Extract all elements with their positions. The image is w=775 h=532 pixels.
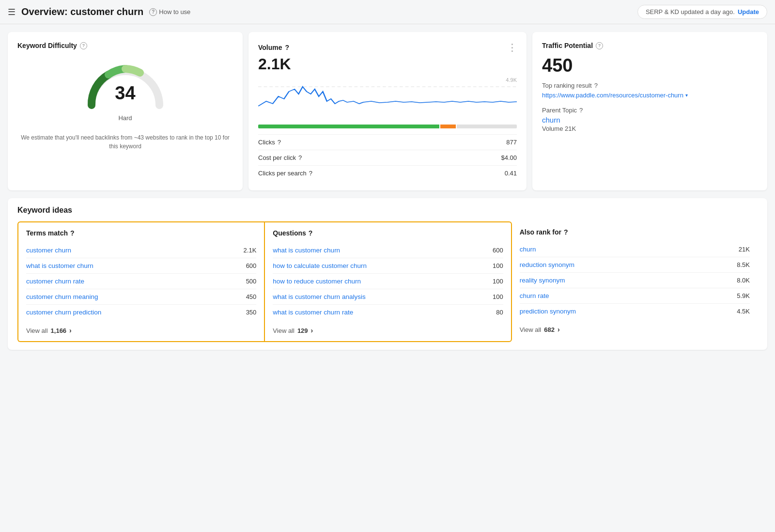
also-rank-help-icon[interactable]: ? [564,228,568,236]
parent-topic-help-icon[interactable]: ? [579,107,583,114]
keyword-link[interactable]: how to reduce customer churn [273,278,361,285]
keyword-volume: 4.5K [737,308,750,315]
help-icon: ? [149,8,157,16]
click-bar-gray [457,125,517,128]
kd-card-header: Keyword Difficulty ? [17,42,233,49]
cost-per-click-row: Cost per click ? $4.00 [258,150,517,165]
kd-gauge: 34 [82,59,169,112]
list-item: churn rate 5.9K [520,288,750,303]
keyword-link[interactable]: what is customer churn [26,262,93,269]
list-item: what is customer churn 600 [273,243,503,258]
keyword-link[interactable]: customer churn rate [26,278,84,285]
cpc-help-icon[interactable]: ? [298,154,302,161]
volume-card-header: Volume ? ⋮ [258,42,517,53]
also-rank-for-list: churn 21K reduction synonym 8.5K reality… [520,242,750,319]
clicks-value: 877 [506,139,517,146]
keyword-volume: 8.5K [737,261,750,268]
cps-help-icon[interactable]: ? [309,170,312,177]
serp-status-badge: SERP & KD updated a day ago. Update [637,5,767,19]
menu-icon[interactable]: ☰ [8,7,16,17]
keyword-volume: 600 [493,247,503,254]
cost-per-click-label: Cost per click [258,154,296,161]
keyword-link[interactable]: how to calculate customer churn [273,262,367,269]
list-item: customer churn rate 500 [26,273,256,289]
volume-max-label: 4.9K [506,77,517,83]
clicks-per-search-value: 0.41 [505,170,517,177]
keyword-link[interactable]: churn [520,246,536,253]
keyword-link[interactable]: churn rate [520,292,549,299]
kd-description: We estimate that you'll need backlinks f… [17,133,233,151]
click-bar [258,125,517,128]
url-dropdown-arrow: ▾ [685,92,688,99]
top-ranking-help-icon[interactable]: ? [594,82,598,89]
keyword-link[interactable]: customer churn meaning [26,293,98,300]
keyword-volume: 600 [246,262,257,269]
kd-score: 34 [115,83,135,104]
volume-card: Volume ? ⋮ 2.1K 4.9K [248,32,527,190]
list-item: customer churn prediction 350 [26,304,256,320]
top-ranking-url[interactable]: https://www.paddle.com/resources/custome… [542,91,758,100]
keyword-link[interactable]: prediction synonym [520,308,576,315]
volume-chart-area: 4.9K [258,77,517,121]
update-link[interactable]: Update [738,8,759,16]
top-cards-row: Keyword Difficulty ? 34 Hard We estima [8,32,767,190]
click-bar-orange [440,125,456,128]
clicks-row: Clicks ? 877 [258,134,517,150]
terms-match-view-all[interactable]: View all 1,166 › [26,322,256,334]
clicks-per-search-row: Clicks per search ? 0.41 [258,165,517,181]
parent-topic-label: Parent Topic ? [542,107,758,114]
page-title: Overview: customer churn [21,6,143,17]
questions-header: Questions ? [273,229,503,237]
also-rank-arrow: › [558,326,560,333]
kd-help-icon[interactable]: ? [80,42,87,49]
clicks-label: Clicks [258,139,275,146]
keyword-volume: 21K [739,246,750,253]
keyword-volume: 5.9K [737,292,750,299]
list-item: how to calculate customer churn 100 [273,258,503,273]
list-item: prediction synonym 4.5K [520,303,750,319]
parent-topic-link[interactable]: churn [542,116,758,124]
keyword-link[interactable]: what is customer churn analysis [273,293,365,300]
keyword-ideas-grid: Terms match ? customer churn 2.1K what i… [17,221,758,342]
keyword-difficulty-card: Keyword Difficulty ? 34 Hard We estima [8,32,243,190]
terms-match-help-icon[interactable]: ? [70,229,75,237]
terms-match-list: customer churn 2.1K what is customer chu… [26,243,256,320]
list-item: what is customer churn 600 [26,258,256,273]
volume-help-icon[interactable]: ? [285,44,290,51]
kd-label: Keyword Difficulty [17,42,77,49]
keyword-link[interactable]: reduction synonym [520,261,574,268]
traffic-help-icon[interactable]: ? [596,42,603,49]
questions-column: Questions ? what is customer churn 600 h… [264,221,512,342]
keyword-volume: 100 [493,293,503,300]
terms-match-header: Terms match ? [26,229,256,237]
volume-label: Volume [258,44,282,51]
terms-match-column: Terms match ? customer churn 2.1K what i… [17,221,264,342]
keyword-link[interactable]: reality synonym [520,277,565,284]
parent-topic-volume: Volume 21K [542,125,758,132]
questions-view-all[interactable]: View all 129 › [273,322,503,334]
also-rank-view-all[interactable]: View all 682 › [520,321,750,333]
traffic-card-header: Traffic Potential ? [542,42,758,49]
volume-value: 2.1K [258,55,517,73]
keyword-ideas-section: Keyword ideas Terms match ? customer chu… [8,198,767,350]
terms-match-arrow: › [69,327,72,334]
clicks-per-search-label: Clicks per search [258,170,307,177]
also-rank-for-column: Also rank for ? churn 21K reduction syno… [512,221,758,342]
traffic-potential-card: Traffic Potential ? 450 Top ranking resu… [532,32,767,190]
volume-menu-icon[interactable]: ⋮ [507,42,517,53]
keyword-volume: 450 [246,293,257,300]
clicks-help-icon[interactable]: ? [278,139,281,146]
how-to-use-button[interactable]: ? How to use [149,8,190,16]
questions-help-icon[interactable]: ? [309,229,313,237]
keyword-link[interactable]: customer churn prediction [26,309,101,316]
keyword-link[interactable]: what is customer churn rate [273,309,353,316]
list-item: customer churn 2.1K [26,243,256,258]
keyword-volume: 500 [246,278,257,285]
list-item: reduction synonym 8.5K [520,257,750,272]
keyword-volume: 100 [493,278,503,285]
traffic-label: Traffic Potential [542,42,593,49]
list-item: reality synonym 8.0K [520,272,750,288]
keyword-link[interactable]: what is customer churn [273,247,340,254]
keyword-link[interactable]: customer churn [26,247,71,254]
keyword-volume: 8.0K [737,277,750,284]
